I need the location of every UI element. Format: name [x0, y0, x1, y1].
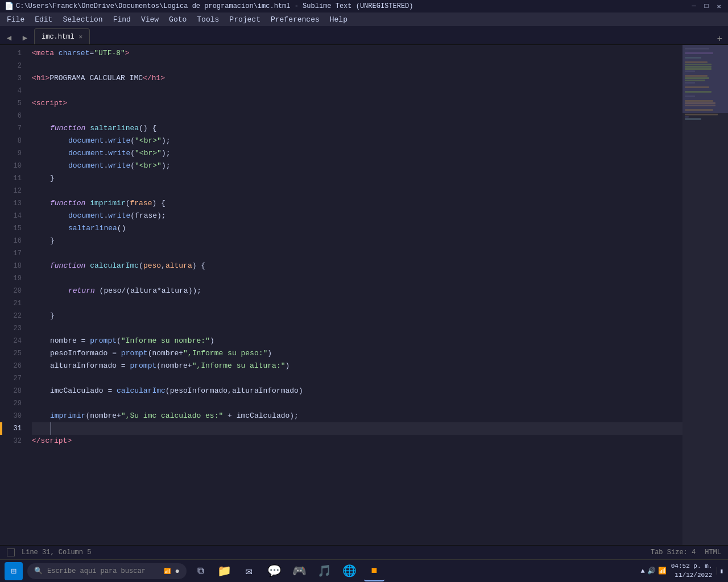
- tab-actions: +: [713, 34, 726, 44]
- line-number-26: 26: [0, 360, 27, 372]
- windows-start-button[interactable]: ⊞: [5, 562, 23, 580]
- code-line-32: </script>: [32, 435, 728, 447]
- menu-help[interactable]: Help: [325, 14, 352, 25]
- windows-icon: ⊞: [11, 566, 16, 577]
- code-line-4: [32, 85, 728, 97]
- menu-goto[interactable]: Goto: [164, 14, 191, 25]
- tab-nav-left[interactable]: ◀: [2, 31, 16, 44]
- line-number-2: 2: [0, 60, 27, 72]
- line-number-15: 15: [0, 222, 27, 235]
- sublime-icon: ■: [371, 565, 378, 576]
- code-line-17: [32, 247, 728, 260]
- code-line-28: imcCalculado = calcularImc(pesoInformado…: [32, 385, 728, 397]
- new-tab-button[interactable]: +: [713, 34, 726, 44]
- code-line-22: }: [32, 310, 728, 322]
- tab-close-button[interactable]: ✕: [79, 33, 83, 40]
- steam-app[interactable]: 🎮: [289, 561, 309, 581]
- mail-app[interactable]: ✉: [239, 561, 259, 581]
- code-line-5: <script>: [32, 97, 728, 110]
- code-line-31: [32, 422, 728, 435]
- menu-edit[interactable]: Edit: [30, 14, 57, 25]
- close-button[interactable]: ✕: [714, 2, 723, 11]
- menu-preferences[interactable]: Preferences: [266, 14, 324, 25]
- spotify-app[interactable]: 🎵: [314, 561, 334, 581]
- menu-file[interactable]: File: [2, 14, 29, 25]
- code-line-23: [32, 322, 728, 335]
- code-line-3: <h1>PROGRAMA CALCULAR IMC</h1>: [32, 72, 728, 85]
- search-icon: 🔍: [34, 567, 43, 575]
- line-number-5: 5: [0, 97, 27, 110]
- line-number-31: 31: [0, 422, 27, 435]
- cursor-position[interactable]: Line 31, Column 5: [22, 548, 91, 556]
- code-line-10: document.write("<br>");: [32, 160, 728, 172]
- maximize-button[interactable]: □: [702, 2, 711, 11]
- line-number-21: 21: [0, 297, 27, 310]
- menu-tools[interactable]: Tools: [192, 14, 224, 25]
- code-line-24: nombre = prompt("Informe su nombre:"): [32, 335, 728, 347]
- line-number-13: 13: [0, 197, 27, 210]
- line-number-25: 25: [0, 347, 27, 360]
- menu-selection[interactable]: Selection: [58, 14, 107, 25]
- taskbar: ⊞ 🔍 Escribe aquí para buscar 📶 ● ⧉ 📁 ✉ 💬…: [0, 559, 728, 582]
- show-desktop-button[interactable]: ▮: [717, 567, 723, 575]
- line-number-10: 10: [0, 160, 27, 172]
- task-view-button[interactable]: ⧉: [191, 562, 209, 580]
- code-line-16: }: [32, 235, 728, 247]
- code-line-19: [32, 272, 728, 285]
- line-number-22: 22: [0, 310, 27, 322]
- code-line-18: function calcularImc(peso,altura) {: [32, 260, 728, 272]
- line-gutter: 1 2 3 4 5 6 7 8 9 10 11 12 13 14 15 16 1…: [0, 45, 27, 545]
- line-number-29: 29: [0, 397, 27, 410]
- network-wifi-icon: 📶: [658, 567, 667, 575]
- code-line-6: [32, 110, 728, 122]
- minimap: [682, 45, 728, 545]
- tab-imc-html[interactable]: imc.html ✕: [34, 28, 90, 44]
- menu-bar: File Edit Selection Find View Goto Tools…: [0, 13, 728, 26]
- menu-project[interactable]: Project: [225, 14, 265, 25]
- line-number-30: 30: [0, 410, 27, 422]
- menu-find[interactable]: Find: [109, 14, 135, 25]
- line-number-1: 1: [0, 47, 27, 60]
- line-number-9: 9: [0, 147, 27, 160]
- line-number-6: 6: [0, 110, 27, 122]
- tab-label: imc.html: [42, 33, 75, 41]
- line-number-16: 16: [0, 235, 27, 247]
- language-mode[interactable]: HTML: [705, 548, 721, 556]
- status-left: Line 31, Column 5: [7, 548, 91, 556]
- menu-view[interactable]: View: [136, 14, 163, 25]
- code-line-29: [32, 397, 728, 410]
- whatsapp-app[interactable]: 💬: [264, 561, 284, 581]
- minimize-button[interactable]: ─: [689, 2, 698, 11]
- taskbar-right: ▲ 🔊 📶 04:52 p. m. 11/12/2022 ▮: [641, 562, 723, 580]
- minimap-content: [682, 45, 728, 123]
- line-number-11: 11: [0, 172, 27, 185]
- line-number-24: 24: [0, 335, 27, 347]
- code-line-13: function imprimir(frase) {: [32, 197, 728, 210]
- code-line-7: function saltarlinea() {: [32, 122, 728, 135]
- tab-nav-right[interactable]: ▶: [18, 31, 32, 44]
- search-bar[interactable]: 🔍 Escribe aquí para buscar 📶 ●: [27, 563, 187, 579]
- clock[interactable]: 04:52 p. m. 11/12/2022: [671, 562, 713, 580]
- search-signal-icon: 📶: [164, 568, 171, 575]
- code-line-30: imprimir(nombre+",Su imc calculado es:" …: [32, 410, 728, 422]
- network-icon: ▲: [641, 567, 645, 575]
- title-bar-left: 📄 C:\Users\Franck\OneDrive\Documentos\Lo…: [5, 2, 413, 11]
- file-explorer-app[interactable]: 📁: [214, 561, 234, 581]
- search-placeholder: Escribe aquí para buscar: [47, 567, 146, 575]
- status-right: Tab Size: 4 HTML: [651, 548, 721, 556]
- code-line-25: pesoInformado = prompt(nombre+",Informe …: [32, 347, 728, 360]
- code-line-12: [32, 185, 728, 197]
- whatsapp-icon: 💬: [267, 564, 282, 578]
- code-editor[interactable]: <meta charset="UTF-8"> <h1>PROGRAMA CALC…: [27, 45, 728, 545]
- status-bar: Line 31, Column 5 Tab Size: 4 HTML: [0, 545, 728, 559]
- task-view-icon: ⧉: [197, 566, 204, 576]
- code-line-14: document.write(frase);: [32, 210, 728, 222]
- line-number-8: 8: [0, 135, 27, 147]
- chrome-app[interactable]: 🌐: [339, 561, 359, 581]
- line-number-32: 32: [0, 435, 27, 447]
- sublime-app[interactable]: ■: [364, 561, 384, 581]
- line-indicator: [0, 422, 2, 435]
- line-number-28: 28: [0, 385, 27, 397]
- line-number-17: 17: [0, 247, 27, 260]
- tab-size[interactable]: Tab Size: 4: [651, 548, 696, 556]
